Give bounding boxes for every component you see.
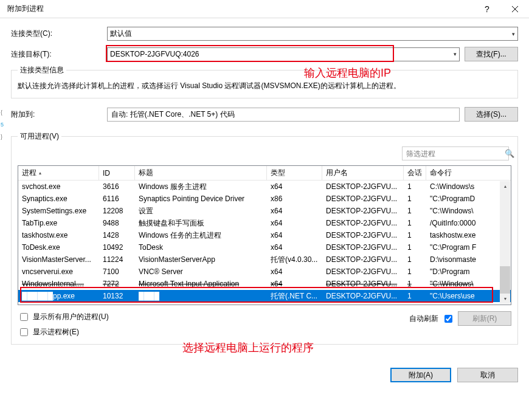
filter-input[interactable] bbox=[403, 150, 501, 158]
table-cell: Microsoft Text Input Application bbox=[135, 278, 267, 289]
scroll-up-icon[interactable]: ▴ bbox=[500, 181, 510, 191]
table-cell: "C:\Users\use bbox=[426, 291, 494, 301]
table-cell: x64 bbox=[267, 242, 322, 253]
table-cell: 1 bbox=[404, 291, 426, 301]
scroll-thumb[interactable] bbox=[500, 266, 510, 295]
attach-button[interactable]: 附加(A) bbox=[390, 368, 451, 382]
titlebar: 附加到进程 ? bbox=[0, 0, 529, 18]
table-cell: x64 bbox=[267, 266, 322, 277]
scroll-down-icon[interactable]: ▾ bbox=[500, 294, 510, 304]
cancel-button[interactable]: 取消 bbox=[457, 368, 518, 382]
table-cell: 1 bbox=[404, 242, 426, 253]
table-row[interactable]: SystemSettings.exe12208设置x64DESKTOP-2JGF… bbox=[18, 205, 511, 217]
col-title[interactable]: 标题 bbox=[135, 166, 267, 180]
table-cell: taskhostw.exe bbox=[426, 230, 494, 241]
table-cell: 12208 bbox=[99, 205, 135, 216]
table-cell: 1 bbox=[404, 193, 426, 204]
conn-info-text: 默认连接允许选择此计算机上的进程，或选择运行 Visual Studio 远程调… bbox=[18, 80, 511, 92]
sort-asc-icon: ▴ bbox=[39, 170, 41, 176]
table-cell: VNC® Server bbox=[135, 266, 267, 277]
attach-to-label: 附加到: bbox=[11, 109, 107, 120]
help-button[interactable]: ? bbox=[473, 0, 501, 18]
conn-info-fieldset: 连接类型信息 默认连接允许选择此计算机上的进程，或选择运行 Visual Stu… bbox=[11, 65, 518, 98]
show-all-users-checkbox[interactable]: 显示所有用户的进程(U) bbox=[18, 311, 109, 323]
table-cell: DESKTOP-2JGFVU... bbox=[322, 218, 404, 229]
table-cell: 10492 bbox=[99, 242, 135, 253]
editor-gutter: { 5 } bbox=[0, 18, 7, 420]
table-cell: DESKTOP-2JGFVU... bbox=[322, 230, 404, 241]
table-cell: Synaptics.exe bbox=[18, 193, 99, 204]
table-cell: 3616 bbox=[99, 181, 135, 192]
col-process[interactable]: 进程▴ bbox=[18, 166, 99, 180]
table-cell: 触摸键盘和手写面板 bbox=[135, 217, 267, 230]
table-row[interactable]: vncserverui.exe7100VNC® Serverx64DESKTOP… bbox=[18, 266, 511, 278]
table-scrollbar[interactable]: ▴ ▾ bbox=[500, 181, 510, 304]
table-cell: TabTip.exe bbox=[18, 218, 99, 229]
select-button[interactable]: 选择(S)... bbox=[465, 107, 518, 122]
attach-to-value: 自动: 托管(.NET Core、.NET 5+) 代码 bbox=[107, 108, 460, 122]
conn-type-combo[interactable]: 默认值 ▾ bbox=[107, 27, 518, 41]
show-tree-input[interactable] bbox=[20, 328, 28, 336]
table-cell: 10132 bbox=[99, 291, 135, 301]
table-cell: 1 bbox=[404, 278, 426, 289]
table-cell: 托管(.NET C... bbox=[267, 290, 322, 303]
table-cell: DESKTOP-2JGFVU... bbox=[322, 266, 404, 277]
table-cell: DESKTOP-2JGFVU... bbox=[322, 205, 404, 216]
table-row[interactable]: TabTip.exe9488触摸键盘和手写面板x64DESKTOP-2JGFVU… bbox=[18, 217, 511, 229]
table-cell: "C:\Windows\ bbox=[426, 205, 494, 216]
table-cell: ToDesk bbox=[135, 242, 267, 253]
auto-refresh-checkbox[interactable] bbox=[444, 315, 452, 323]
col-session[interactable]: 会话 bbox=[404, 166, 426, 180]
table-row[interactable]: svchost.exe3616Windows 服务主进程x64DESKTOP-2… bbox=[18, 181, 511, 193]
table-cell: 1 bbox=[404, 181, 426, 192]
table-row[interactable]: VisionMasterServer...11224VisionMasterSe… bbox=[18, 253, 511, 266]
table-cell: x64 bbox=[267, 278, 322, 289]
table-cell: x64 bbox=[267, 181, 322, 192]
table-row[interactable]: ToDesk.exe10492ToDeskx64DESKTOP-2JGFVU..… bbox=[18, 241, 511, 253]
table-cell: DESKTOP-2JGFVU... bbox=[322, 291, 404, 301]
table-cell: x64 bbox=[267, 205, 322, 216]
table-cell: 9488 bbox=[99, 218, 135, 229]
table-row[interactable]: WindowsInternal....7272Microsoft Text In… bbox=[18, 278, 511, 290]
table-cell: "C:\Program F bbox=[426, 242, 494, 253]
filter-input-wrap[interactable]: 🔍 bbox=[402, 146, 509, 160]
conn-target-combo[interactable]: DESKTOP-2JGFVUQ:4026 ▾ bbox=[107, 47, 460, 61]
table-cell: 托管(v4.0.30... bbox=[267, 253, 322, 266]
conn-target-value: DESKTOP-2JGFVUQ:4026 bbox=[110, 50, 199, 58]
table-cell: D:\visonmaste bbox=[426, 254, 494, 265]
table-row[interactable]: ██████pp.exe10132████托管(.NET C...DESKTOP… bbox=[18, 290, 511, 302]
table-cell: 1 bbox=[404, 266, 426, 277]
table-cell: DESKTOP-2JGFVU... bbox=[322, 254, 404, 265]
close-button[interactable] bbox=[501, 0, 529, 18]
col-id[interactable]: ID bbox=[99, 166, 135, 180]
table-cell: taskhostw.exe bbox=[18, 230, 99, 241]
find-button[interactable]: 查找(F)... bbox=[465, 47, 518, 61]
col-type[interactable]: 类型 bbox=[267, 166, 322, 180]
auto-refresh-label: 自动刷新 bbox=[409, 314, 438, 324]
table-cell: ██████pp.exe bbox=[18, 291, 99, 301]
table-header: 进程▴ ID 标题 类型 用户名 会话 命令行 bbox=[18, 166, 511, 181]
table-cell: x64 bbox=[267, 218, 322, 229]
table-cell: VisionMasterServerApp bbox=[135, 254, 267, 265]
show-all-users-input[interactable] bbox=[20, 313, 28, 321]
close-icon bbox=[512, 6, 518, 12]
table-cell: 1428 bbox=[99, 230, 135, 241]
table-cell: DESKTOP-2JGFVU... bbox=[322, 181, 404, 192]
table-cell: DESKTOP-2JGFVU... bbox=[322, 278, 404, 289]
table-cell: Windows 任务的主机进程 bbox=[135, 229, 267, 242]
table-cell: WindowsInternal.... bbox=[18, 278, 99, 289]
table-cell: x86 bbox=[267, 193, 322, 204]
dialog-footer: 附加(A) 取消 bbox=[0, 360, 529, 390]
chevron-down-icon: ▾ bbox=[454, 51, 457, 57]
table-cell: /QuitInfo:0000 bbox=[426, 218, 494, 229]
table-row[interactable]: Synaptics.exe6116Synaptics Pointing Devi… bbox=[18, 193, 511, 205]
col-user[interactable]: 用户名 bbox=[322, 166, 404, 180]
refresh-button[interactable]: 刷新(R) bbox=[458, 311, 511, 326]
process-table[interactable]: 进程▴ ID 标题 类型 用户名 会话 命令行 svchost.exe3616W… bbox=[18, 165, 511, 305]
col-cmd[interactable]: 命令行 bbox=[426, 166, 494, 180]
table-cell: 6116 bbox=[99, 193, 135, 204]
table-cell: x64 bbox=[267, 230, 322, 241]
table-cell: Synaptics Pointing Device Driver bbox=[135, 193, 267, 204]
table-row[interactable]: taskhostw.exe1428Windows 任务的主机进程x64DESKT… bbox=[18, 229, 511, 241]
show-tree-checkbox[interactable]: 显示进程树(E) bbox=[18, 326, 109, 338]
